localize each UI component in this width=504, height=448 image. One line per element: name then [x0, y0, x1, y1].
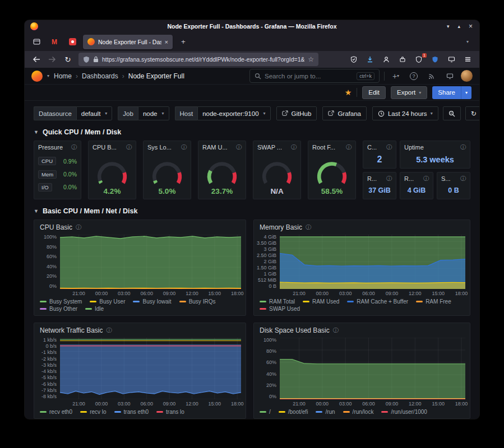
breadcrumb-item[interactable]: Home	[54, 72, 72, 80]
breadcrumb-item[interactable]: Dashboards	[72, 72, 118, 80]
account-button[interactable]	[379, 53, 394, 66]
row-quick-cpu-mem-disk[interactable]: ▼ Quick CPU / Mem / Disk	[34, 128, 470, 136]
legend-item[interactable]: /run/user/1000	[381, 409, 427, 415]
firefox-view-icon	[33, 38, 40, 45]
chevron-down-icon: ▾	[431, 111, 433, 116]
legend-item[interactable]: Busy Other	[40, 306, 77, 312]
cpu-busy-gauge: 4.2%	[91, 153, 133, 197]
adblocker-button[interactable]: 1	[411, 53, 426, 66]
info-icon[interactable]: ⓘ	[181, 143, 187, 151]
pinned-tab-gmail[interactable]: M	[47, 35, 62, 49]
news-button[interactable]	[425, 69, 438, 83]
legend-item[interactable]: /	[260, 409, 271, 415]
info-icon[interactable]: ⓘ	[126, 143, 132, 151]
password-manager-button[interactable]	[428, 53, 442, 66]
variable-label: Host	[175, 106, 198, 120]
legend-item[interactable]: /run	[316, 409, 335, 415]
url-bar[interactable]: https://grafana.systemsobscure.net/d/rYd…	[78, 53, 318, 66]
variable-select[interactable]: default▾	[76, 106, 113, 120]
dashboard-link-button[interactable]: Grafana	[322, 106, 367, 120]
breadcrumb-item[interactable]: Node Exporter Full	[118, 72, 184, 80]
share-button[interactable]: Share	[432, 86, 461, 99]
export-button[interactable]: Export▾	[391, 86, 427, 99]
url-text[interactable]: https://grafana.systemsobscure.net/d/rYd…	[102, 56, 304, 63]
legend-item[interactable]: Busy Iowait	[133, 298, 171, 305]
row-basic-cpu-mem-net-disk[interactable]: ▼ Basic CPU / Mem / Net / Disk	[34, 207, 470, 215]
reload-button[interactable]: ↻	[61, 53, 75, 66]
browser-tab[interactable]: Node Exporter Full - Dashbo ×	[83, 35, 173, 49]
memory-basic-chart[interactable]: 4 GiB3.50 GiB3 GiB2.50 GiB2 GiB1.50 GiB1…	[254, 232, 470, 297]
info-icon[interactable]: ⓘ	[386, 175, 392, 183]
legend-item[interactable]: Busy User	[90, 298, 125, 305]
legend-item[interactable]: trans lo	[156, 409, 184, 415]
legend-item[interactable]: Busy IRQs	[179, 298, 216, 305]
info-icon[interactable]: ⓘ	[386, 143, 392, 151]
back-button[interactable]	[29, 53, 44, 66]
panel-title: Disk Space Used Basic	[260, 326, 330, 334]
legend-item[interactable]: /run/lock	[343, 409, 374, 415]
network-traffic-chart[interactable]: 1 kb/s0 b/s-1 kb/s-2 kb/s-3 kb/s-4 kb/s-…	[34, 335, 246, 407]
time-range-picker[interactable]: Last 24 hours ▾	[372, 106, 438, 120]
downloads-button[interactable]	[363, 53, 377, 66]
info-icon[interactable]: ⓘ	[460, 175, 466, 183]
maximize-button[interactable]: ▴	[457, 24, 460, 29]
permissions-shield-button[interactable]	[346, 53, 361, 66]
legend-item[interactable]: RAM Free	[416, 298, 451, 305]
legend-item[interactable]: /boot/efi	[279, 409, 308, 415]
zoom-out-button[interactable]	[443, 106, 461, 120]
info-icon[interactable]: ⓘ	[460, 143, 466, 151]
add-new-button[interactable]: +▾	[389, 69, 403, 83]
list-tabs-button[interactable]: ▾	[460, 35, 475, 49]
info-icon[interactable]: ⓘ	[76, 223, 81, 231]
variable-select[interactable]: node-exporter:9100▾	[197, 106, 270, 120]
extensions-button[interactable]	[395, 53, 410, 66]
grafana-logo[interactable]	[31, 71, 43, 82]
legend-item[interactable]: RAM Cache + Buffer	[347, 298, 408, 305]
lock-icon[interactable]	[93, 56, 99, 63]
variable-select[interactable]: node▾	[138, 106, 169, 120]
search-input[interactable]: Search or jump to... ctrl+k	[249, 69, 380, 83]
tracking-protection-shield-icon[interactable]	[83, 56, 90, 63]
chevron-down-icon[interactable]: ▾	[47, 73, 49, 78]
legend-item[interactable]: trans eth0	[114, 409, 149, 415]
favorite-star-icon[interactable]: ★	[345, 88, 352, 97]
legend-item[interactable]: Busy System	[40, 298, 82, 305]
app-menu-button[interactable]	[460, 53, 475, 66]
legend-item[interactable]: RAM Used	[303, 298, 339, 305]
legend-item[interactable]: Idle	[85, 306, 104, 312]
monitoring-button[interactable]	[443, 69, 456, 83]
pressure-row: Mem 0.0%	[38, 170, 77, 179]
cpu-basic-chart[interactable]: 100%80%60%40%20%0%21:0000:0003:0006:0009…	[34, 232, 246, 297]
legend-item[interactable]: SWAP Used	[260, 306, 300, 312]
firefox-view-button[interactable]	[29, 35, 44, 49]
share-menu-button[interactable]: ▾	[461, 86, 471, 99]
refresh-button[interactable]: ↻Refresh	[465, 106, 479, 120]
pinned-tab-app[interactable]	[65, 35, 80, 49]
legend-item[interactable]: recv lo	[80, 409, 106, 415]
dashboard-link-button[interactable]: GitHub	[276, 106, 317, 120]
forward-button[interactable]	[45, 53, 59, 66]
info-icon[interactable]: ⓘ	[333, 326, 339, 334]
tab-close-icon[interactable]: ×	[165, 39, 168, 45]
new-tab-button[interactable]: +	[176, 35, 191, 49]
screen-share-button[interactable]	[444, 53, 459, 66]
legend-item[interactable]: RAM Total	[260, 298, 295, 305]
window-titlebar[interactable]: Node Exporter Full - Dashboards - Grafan…	[25, 20, 479, 32]
edit-button[interactable]: Edit	[362, 86, 386, 99]
user-avatar[interactable]	[461, 70, 473, 82]
info-icon[interactable]: ⓘ	[236, 143, 242, 151]
cpu-cores-value: 2	[363, 151, 396, 168]
legend-item[interactable]: recv eth0	[40, 409, 72, 415]
help-button[interactable]: ?	[407, 69, 420, 83]
info-icon[interactable]: ⓘ	[106, 326, 112, 334]
info-icon[interactable]: ⓘ	[423, 175, 429, 183]
info-icon[interactable]: ⓘ	[291, 143, 297, 151]
info-icon[interactable]: ⓘ	[346, 143, 352, 151]
disk-space-chart[interactable]: 100%80%60%40%20%0%21:0000:0003:0006:0009…	[254, 335, 470, 407]
gauge-value: 5.0%	[146, 187, 188, 195]
bookmark-star-icon[interactable]: ☆	[308, 55, 314, 63]
info-icon[interactable]: ⓘ	[71, 143, 77, 151]
minimize-button[interactable]: ▾	[447, 24, 450, 29]
info-icon[interactable]: ⓘ	[306, 223, 311, 231]
close-button[interactable]: ×	[469, 22, 473, 30]
